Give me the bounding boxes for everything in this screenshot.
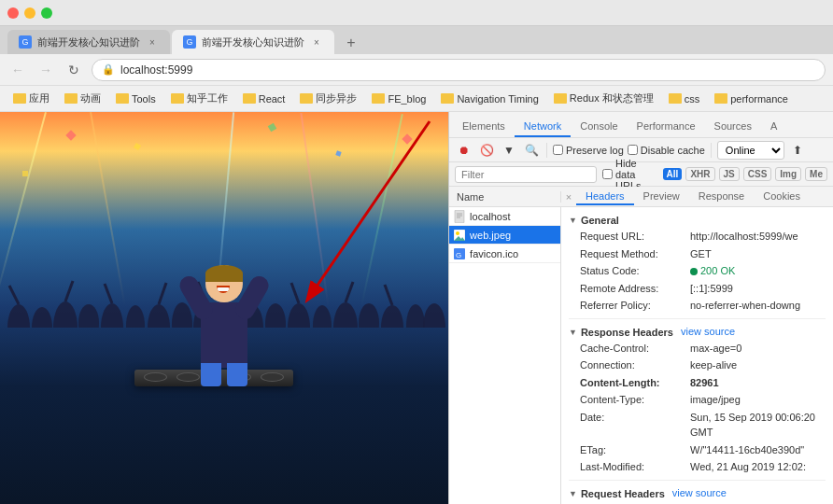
filter-input[interactable] bbox=[455, 166, 597, 183]
network-list: localhost web.jpeg bbox=[449, 207, 561, 504]
svg-rect-30 bbox=[455, 210, 464, 223]
tab-close-2[interactable]: × bbox=[310, 35, 323, 49]
detail-tab-cookies[interactable]: Cookies bbox=[754, 189, 810, 205]
row-name-favicon: favicon.ico bbox=[470, 248, 560, 259]
tab-elements[interactable]: Elements bbox=[453, 117, 515, 137]
bookmark-label: React bbox=[259, 93, 286, 105]
record-button[interactable]: ⏺ bbox=[455, 141, 473, 160]
referrer-policy-val: no-referrer-when-downg bbox=[690, 298, 826, 314]
bookmark-label: Tools bbox=[132, 93, 156, 105]
folder-icon bbox=[116, 93, 129, 104]
request-method-key: Request Method: bbox=[569, 246, 690, 262]
filter-img-button[interactable]: Img bbox=[775, 167, 801, 181]
svg-line-22 bbox=[159, 283, 166, 304]
reload-button[interactable]: ↻ bbox=[64, 60, 84, 80]
devtools-tabs: Elements Network Console Performance Sou… bbox=[449, 112, 833, 138]
detail-request-method: Request Method: GET bbox=[569, 245, 826, 263]
maximize-traffic-light[interactable] bbox=[41, 7, 52, 19]
bookmark-navtiming[interactable]: Navigation Timing bbox=[435, 91, 544, 106]
clear-button[interactable]: 🚫 bbox=[477, 141, 496, 160]
filter-bar: Hide data URLs All XHR JS CSS Img Me bbox=[449, 162, 833, 187]
hide-data-urls-checkbox[interactable] bbox=[602, 169, 613, 179]
bookmark-react[interactable]: React bbox=[237, 91, 291, 106]
tab-console[interactable]: Console bbox=[571, 117, 627, 137]
filter-all-button[interactable]: All bbox=[663, 168, 683, 180]
bookmark-sync[interactable]: 同步异步 bbox=[294, 90, 362, 107]
preserve-log-text: Preserve log bbox=[566, 145, 624, 156]
network-list-header: Name × Headers Preview Response Cookies bbox=[449, 187, 833, 207]
tab-close-1[interactable]: × bbox=[146, 35, 159, 49]
new-tab-button[interactable]: + bbox=[340, 32, 362, 54]
details-content: General Request URL: http://localhost:59… bbox=[561, 207, 833, 504]
tab-2[interactable]: G 前端开发核心知识进阶 × bbox=[172, 30, 334, 54]
tab-sources[interactable]: Sources bbox=[705, 117, 761, 137]
tab-more[interactable]: A bbox=[761, 117, 786, 137]
bookmark-label: 知乎工作 bbox=[187, 91, 228, 105]
connection-key: Connection: bbox=[569, 357, 690, 373]
folder-icon bbox=[300, 93, 313, 104]
detail-connection: Connection: keep-alive bbox=[569, 357, 826, 374]
network-row-webjpeg[interactable]: web.jpeg bbox=[449, 226, 560, 245]
throttle-select[interactable]: Online Fast 3G Slow 3G Offline bbox=[717, 141, 784, 160]
back-button[interactable]: ← bbox=[7, 60, 28, 80]
svg-point-4 bbox=[101, 303, 123, 328]
import-button[interactable]: ⬆ bbox=[788, 141, 807, 160]
cache-control-val: max-age=0 bbox=[690, 341, 826, 357]
folder-icon bbox=[64, 93, 78, 104]
forward-button[interactable]: → bbox=[35, 60, 56, 80]
network-row-localhost[interactable]: localhost bbox=[449, 207, 560, 226]
minimize-traffic-light[interactable] bbox=[24, 7, 35, 19]
svg-point-5 bbox=[126, 305, 145, 328]
detail-tab-preview[interactable]: Preview bbox=[634, 189, 689, 205]
status-dot bbox=[690, 268, 698, 275]
detail-last-modified: Last-Modified: Wed, 21 Aug 2019 12:02: bbox=[569, 458, 826, 476]
favicon-icon: G bbox=[453, 246, 466, 261]
preserve-log-checkbox[interactable] bbox=[553, 145, 563, 155]
filter-js-button[interactable]: JS bbox=[719, 167, 740, 181]
remote-address-key: Remote Address: bbox=[569, 281, 690, 297]
folder-icon bbox=[372, 93, 385, 104]
response-headers-title: Response Headers bbox=[569, 323, 673, 340]
bookmark-performance[interactable]: performance bbox=[709, 91, 794, 106]
bookmark-animation[interactable]: 动画 bbox=[59, 90, 106, 107]
tab-performance[interactable]: Performance bbox=[628, 117, 705, 137]
filter-me-button[interactable]: Me bbox=[805, 167, 827, 181]
bookmark-apps[interactable]: 应用 bbox=[7, 90, 55, 107]
detail-tab-headers[interactable]: Headers bbox=[576, 189, 634, 205]
bookmark-redux[interactable]: Redux 和状态管理 bbox=[548, 90, 659, 107]
detail-tab-response[interactable]: Response bbox=[689, 189, 755, 205]
disable-cache-text: Disable cache bbox=[641, 145, 705, 156]
svg-text:G: G bbox=[456, 251, 461, 259]
bookmark-label: performance bbox=[730, 93, 788, 105]
request-headers-view-source[interactable]: view source bbox=[672, 487, 727, 498]
url-bar[interactable]: 🔒 localhost:5999 bbox=[92, 59, 826, 81]
connection-val: keep-alive bbox=[690, 357, 826, 373]
tab-favicon-2: G bbox=[183, 35, 196, 49]
filter-xhr-button[interactable]: XHR bbox=[685, 167, 714, 181]
date-key: Date: bbox=[569, 410, 690, 441]
status-code-val: 200 OK bbox=[690, 263, 826, 279]
bookmark-feblog[interactable]: FE_blog bbox=[366, 91, 431, 106]
filter-toggle-button[interactable]: ▼ bbox=[500, 141, 518, 160]
disable-cache-checkbox[interactable] bbox=[628, 145, 638, 155]
tab-1[interactable]: G 前端开发核心知识进阶 × bbox=[7, 30, 170, 54]
svg-point-11 bbox=[265, 303, 286, 328]
detail-request-url: Request URL: http://localhost:5999/we bbox=[569, 228, 826, 245]
filter-css-button[interactable]: CSS bbox=[743, 167, 772, 181]
svg-point-13 bbox=[313, 305, 332, 328]
content-type-key: Content-Type: bbox=[569, 392, 690, 408]
close-detail-button[interactable]: × bbox=[561, 191, 576, 203]
response-headers-view-source[interactable]: view source bbox=[681, 326, 735, 337]
bookmark-tools[interactable]: Tools bbox=[110, 91, 162, 106]
bookmark-css[interactable]: css bbox=[663, 91, 706, 106]
bookmark-zhihu[interactable]: 知乎工作 bbox=[165, 90, 233, 107]
search-button[interactable]: 🔍 bbox=[522, 141, 541, 160]
bookmark-label: Redux 和状态管理 bbox=[570, 91, 654, 105]
network-row-favicon[interactable]: G favicon.ico bbox=[449, 245, 560, 263]
bookmark-label: 同步异步 bbox=[316, 91, 357, 105]
etag-val: W/"14411-16cb40e390d" bbox=[690, 442, 826, 458]
close-traffic-light[interactable] bbox=[7, 7, 19, 19]
detail-etag: ETag: W/"14411-16cb40e390d" bbox=[569, 441, 826, 459]
tab-network[interactable]: Network bbox=[515, 117, 571, 137]
request-method-val: GET bbox=[690, 246, 826, 262]
